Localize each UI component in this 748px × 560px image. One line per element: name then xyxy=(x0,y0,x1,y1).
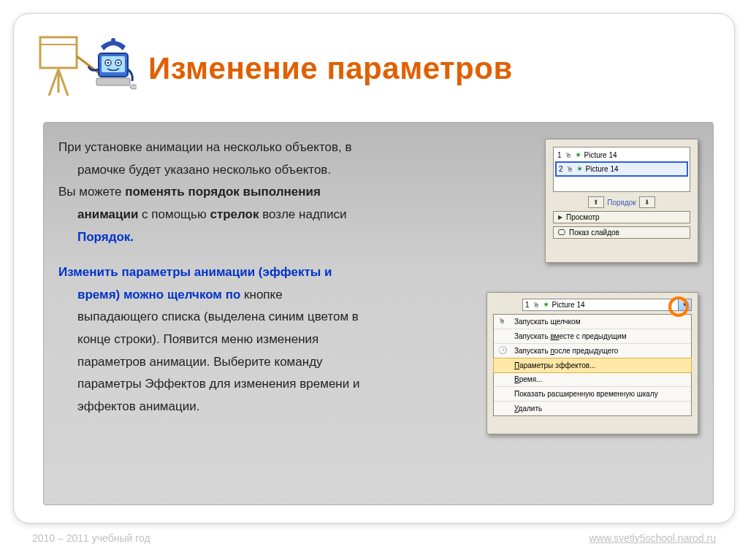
slideshow-label: Показ слайдов xyxy=(569,229,619,237)
menu-label: Время... xyxy=(514,375,542,383)
text: конце строки). Появится меню изменения xyxy=(77,332,318,346)
dropdown-button[interactable]: ▼ xyxy=(678,299,691,310)
svg-point-10 xyxy=(107,62,110,64)
text-bold: анимации xyxy=(77,207,138,221)
text: возле надписи xyxy=(259,207,347,221)
text-bold: поменять порядок выполнения xyxy=(125,185,321,199)
menu-remove[interactable]: Удалить xyxy=(494,402,691,415)
svg-rect-13 xyxy=(96,78,130,85)
animation-pane-screenshot: 1 🖱 ✶ Picture 14 2 🖱 ✶ Picture 14 ⬆ Поря… xyxy=(545,139,698,263)
text-keyword: Порядок. xyxy=(77,230,134,244)
preview-label: Просмотр xyxy=(566,213,600,221)
menu-start-after-previous[interactable]: 🕒 Запускать после предыдущего xyxy=(494,344,691,358)
item-number: 2 xyxy=(559,165,563,173)
star-icon: ✶ xyxy=(575,150,581,160)
slide-header: Изменение параметров xyxy=(14,14,734,116)
slideshow-icon: 🖵 xyxy=(558,229,565,237)
play-icon: ▶ xyxy=(558,214,562,220)
text: эффектов анимации. xyxy=(77,399,199,413)
text: рамочке будет указано несколько объектов… xyxy=(77,163,331,177)
clip-art-computer-easel xyxy=(34,28,137,109)
item-number: 1 xyxy=(525,301,530,309)
mouse-icon: 🖱 xyxy=(533,301,540,309)
item-label: Picture 14 xyxy=(584,151,617,159)
svg-rect-0 xyxy=(40,37,77,68)
menu-start-on-click[interactable]: 🖱 Запускать щелчком xyxy=(494,315,691,329)
text: кнопке xyxy=(240,288,282,302)
menu-label: Запускать после предыдущего xyxy=(514,347,618,355)
content-box: При установке анимации на несколько объе… xyxy=(43,122,714,505)
menu-label: Показать расширенную временную шкалу xyxy=(514,390,658,398)
slide-footer: 2010 – 2011 учебный год www.svetly5schoo… xyxy=(32,532,716,544)
animation-item-selected[interactable]: 2 🖱 ✶ Picture 14 xyxy=(555,161,688,177)
menu-timing[interactable]: Время... xyxy=(494,372,691,387)
text: с помощью xyxy=(138,207,210,221)
footer-link[interactable]: www.svetly5school.narod.ru xyxy=(589,532,716,544)
order-up-button[interactable]: ⬆ xyxy=(588,196,604,208)
body-text: При установке анимации на несколько объе… xyxy=(58,139,475,416)
context-menu-screenshot: 1 🖱 ✶ Picture 14 ▼ 🖱 Запускать щелчком З… xyxy=(486,292,698,434)
slide-frame: Изменение параметров При установке анима… xyxy=(13,13,735,523)
text-bold: стрелок xyxy=(210,207,259,221)
menu-effect-options[interactable]: Параметры эффектов... xyxy=(493,358,692,373)
slideshow-button[interactable]: 🖵 Показ слайдов xyxy=(553,226,690,239)
order-down-button[interactable]: ⬇ xyxy=(639,196,655,208)
animation-list: 1 🖱 ✶ Picture 14 2 🖱 ✶ Picture 14 xyxy=(553,147,690,192)
menu-label: Удалить xyxy=(514,404,542,413)
clock-icon: 🕒 xyxy=(498,346,507,354)
mouse-icon: 🖱 xyxy=(565,151,572,159)
text-keyword: Изменить параметры анимации (эффекты и xyxy=(58,265,332,279)
order-controls: ⬆ Порядок ⬇ xyxy=(553,196,690,208)
animation-item[interactable]: 1 🖱 ✶ Picture 14 xyxy=(555,149,688,161)
svg-point-14 xyxy=(130,85,137,89)
menu-start-with-previous[interactable]: Запускать вместе с предыдущим xyxy=(494,329,691,344)
text-keyword: время) можно щелчком по xyxy=(77,288,240,302)
svg-line-2 xyxy=(49,69,58,96)
text: параметров анимации. Выберите команду xyxy=(77,355,323,369)
slide-title: Изменение параметров xyxy=(148,51,513,86)
item-label: Picture 14 xyxy=(552,301,585,309)
svg-point-11 xyxy=(118,62,120,64)
text: параметры Эффектов для изменения времени… xyxy=(77,377,359,391)
star-icon: ✶ xyxy=(543,300,549,310)
menu-label: Запускать вместе с предыдущим xyxy=(514,332,627,340)
animation-item-dropdown[interactable]: 1 🖱 ✶ Picture 14 ▼ xyxy=(522,299,692,311)
order-label: Порядок xyxy=(607,199,636,207)
text: Вы можете xyxy=(58,185,125,199)
mouse-icon: 🖱 xyxy=(498,317,505,325)
menu-label: Параметры эффектов... xyxy=(514,361,595,369)
menu-label: Запускать щелчком xyxy=(514,318,581,326)
text: выпадающего списка (выделена синим цвето… xyxy=(77,310,359,323)
menu-show-advanced-timeline[interactable]: Показать расширенную временную шкалу xyxy=(494,387,691,402)
svg-point-12 xyxy=(111,38,115,42)
star-icon: ✶ xyxy=(576,164,583,174)
item-label: Picture 14 xyxy=(586,165,619,173)
text: При установке анимации на несколько объе… xyxy=(58,140,351,154)
footer-year: 2010 – 2011 учебный год xyxy=(32,532,150,544)
mouse-icon: 🖱 xyxy=(566,165,573,173)
item-number: 1 xyxy=(557,151,562,159)
context-menu: 🖱 Запускать щелчком Запускать вместе с п… xyxy=(493,314,692,416)
preview-button[interactable]: ▶ Просмотр xyxy=(553,211,690,223)
svg-line-3 xyxy=(58,69,68,96)
